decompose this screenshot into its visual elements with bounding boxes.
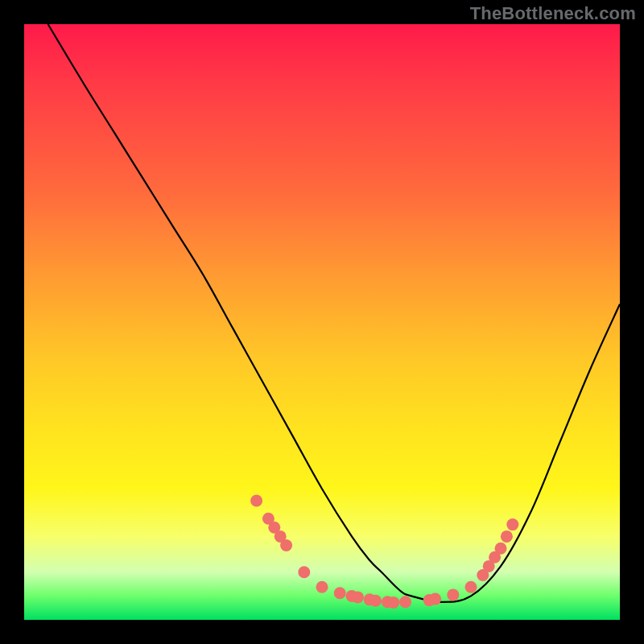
chart-frame: TheBottleneck.com bbox=[0, 0, 644, 644]
curve-line bbox=[48, 24, 620, 602]
curve-marker bbox=[280, 539, 292, 551]
curve-marker bbox=[447, 588, 459, 601]
curve-marker bbox=[298, 566, 310, 578]
curve-marker bbox=[352, 591, 364, 603]
curve-marker bbox=[369, 595, 382, 607]
watermark-text: TheBottleneck.com bbox=[470, 3, 636, 24]
curve-marker bbox=[506, 518, 518, 530]
plot-area bbox=[24, 24, 620, 620]
curve-marker bbox=[250, 495, 262, 507]
curve-marker bbox=[501, 530, 513, 543]
curve-marker bbox=[399, 596, 411, 608]
curve-marker bbox=[495, 543, 507, 555]
chart-svg bbox=[24, 24, 620, 620]
curve-marker bbox=[429, 593, 441, 605]
curve-marker bbox=[465, 581, 477, 593]
curve-marker bbox=[334, 587, 346, 599]
curve-marker bbox=[387, 597, 399, 609]
curve-marker bbox=[316, 581, 328, 593]
